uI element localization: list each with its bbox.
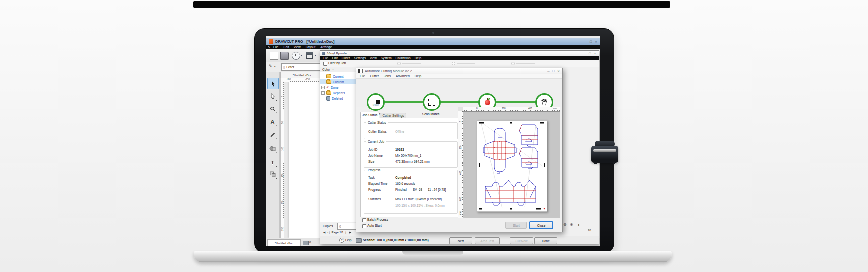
chevron-down-icon[interactable]: ▾ [274,65,276,68]
chevron-down-icon[interactable]: ▾ [301,54,302,57]
shapes-icon [269,146,276,152]
batch-process-checkbox[interactable] [362,218,366,222]
drawcut-menu-bar: ✎ File Edit View Layout Arrange [266,45,600,49]
maximize-icon[interactable]: ☐ [589,52,591,55]
draw-tool-icon[interactable]: ✎ [269,64,272,68]
zoom-percent: 26 [588,229,591,232]
menu-help[interactable]: Help [415,56,421,60]
menu-edit[interactable]: Edit [283,45,289,49]
ruler-label: 150 [281,173,284,177]
copies-input[interactable]: 0 [337,223,356,230]
filter-by-job-checkbox[interactable] [323,62,327,66]
minimize-icon[interactable]: ─ [584,52,586,55]
menu-cutter[interactable]: Cutter [342,56,350,60]
tool-select[interactable] [267,78,279,89]
next-page-icon[interactable]: ▷ [346,231,347,234]
close-icon[interactable]: ✕ [557,69,560,73]
zoom-out-icon[interactable]: ⊖ [563,222,567,227]
drawcut-title-bar[interactable]: DRAWCUT PRO - [*Untitled.vDoc] ─ ☐ ✕ [266,38,600,45]
field-label: Size [368,160,374,163]
tab-job-status[interactable]: Job Status [360,112,379,118]
tool-pencil[interactable] [267,129,278,140]
tool-text[interactable]: A [267,116,278,127]
drawing-canvas[interactable] [284,82,321,238]
tree-item-deleted[interactable]: Deleted [320,96,359,101]
laptop-base [194,251,672,262]
cutter-status-group: Cutter Status Cutter Status Offline [364,122,458,139]
ruler-label: 0 [459,121,462,122]
printer-icon [303,241,309,245]
done-button[interactable]: Done [534,237,557,244]
new-document-icon[interactable] [270,52,278,60]
field-label: Job Name [368,154,383,157]
menu-file[interactable]: File [360,74,365,78]
menu-settings[interactable]: Settings [354,56,366,60]
help-label[interactable]: Help [345,238,351,242]
scan-marks-icon [428,99,435,106]
copies-label: Copies [323,224,333,228]
zoom-fit-icon[interactable]: ⊗ [570,222,573,227]
close-icon[interactable]: ✕ [595,40,597,43]
ruler-label: -300 [287,78,291,81]
last-page-icon[interactable]: ▶ [349,231,351,234]
save-disk-icon[interactable] [306,52,313,59]
tree-item-current[interactable]: Current [320,74,359,79]
page-indicator: Page 1/1 [331,231,343,234]
menu-edit[interactable]: Edit [332,56,337,60]
maximize-icon[interactable]: ☐ [552,69,555,73]
tree-item-repeats[interactable]: + Repeats [320,90,359,95]
auto-start-checkbox[interactable] [362,224,366,228]
tree-item-done[interactable]: + ✓ Done [320,85,359,90]
menu-jobs[interactable]: Jobs [384,74,391,78]
menu-advanced[interactable]: Advanced [396,74,410,78]
drawcut-title: DRAWCUT PRO - [*Untitled.vDoc] [275,39,335,44]
maximize-icon[interactable]: ☐ [590,40,592,43]
barcode-icon [372,100,380,104]
tree-item-label: Current [333,75,344,78]
expand-icon[interactable]: + [321,86,325,89]
tool-duplicate[interactable] [267,169,278,179]
status-document-tab[interactable]: *Untitled.vDoc [267,239,301,246]
menu-view[interactable]: View [294,45,301,49]
disabled-control [511,62,535,65]
ruler-label: 400 [459,171,462,175]
laptop-screen: DRAWCUT PRO - [*Untitled.vDoc] ─ ☐ ✕ ✎ F… [266,36,600,246]
recent-clock-icon[interactable] [292,52,300,60]
minimize-icon[interactable]: ─ [585,40,587,43]
disabled-control [397,62,421,65]
close-button[interactable]: Close [529,221,553,229]
chevron-down-icon[interactable]: ▾ [315,54,316,57]
tool-node-edit[interactable] [267,91,278,101]
menu-calibration[interactable]: Calibration [396,56,411,60]
divider [367,194,453,194]
cut-preview-panel[interactable]: 0 200 400 mm 0 200 400 600 mm [458,107,560,218]
tool-type[interactable]: T [267,157,278,167]
menu-view[interactable]: View [370,56,377,60]
tool-zoom[interactable] [267,104,278,114]
tree-header[interactable]: Color ▲ [320,67,359,72]
document-tab[interactable]: *Untitled.vDoc [280,72,325,78]
help-icon[interactable]: ? [339,238,344,243]
nest-button[interactable]: Nest [449,237,472,244]
folder-icon [326,74,331,78]
field-value: 472,38 mm x 684,21 mm [395,160,430,163]
open-folder-icon[interactable] [280,52,289,60]
menu-help[interactable]: Help [415,74,421,78]
stats-detail: 100,15% x 100,15% , Skew: 0,0mm [395,204,445,207]
minimize-icon[interactable]: ─ [547,70,549,73]
menu-system[interactable]: System [381,56,392,60]
tool-shapes[interactable] [267,143,278,154]
pan-left-icon[interactable]: ◀ [577,223,579,226]
menu-cutter[interactable]: Cutter [370,74,379,78]
prev-page-icon[interactable]: ◁ [327,231,329,234]
menu-arrange[interactable]: Arrange [320,45,332,49]
menu-layout[interactable]: Layout [306,45,316,49]
menu-file[interactable]: File [273,45,278,49]
expand-icon[interactable]: + [321,91,325,95]
tree-item-custom[interactable]: Custom [320,79,359,84]
ruler-label: 200 [459,145,462,149]
close-icon[interactable]: ✕ [594,52,596,55]
first-page-icon[interactable]: ◀ [323,231,325,234]
field-label: Cutter Status [368,130,387,133]
menu-file[interactable]: File [323,56,328,60]
